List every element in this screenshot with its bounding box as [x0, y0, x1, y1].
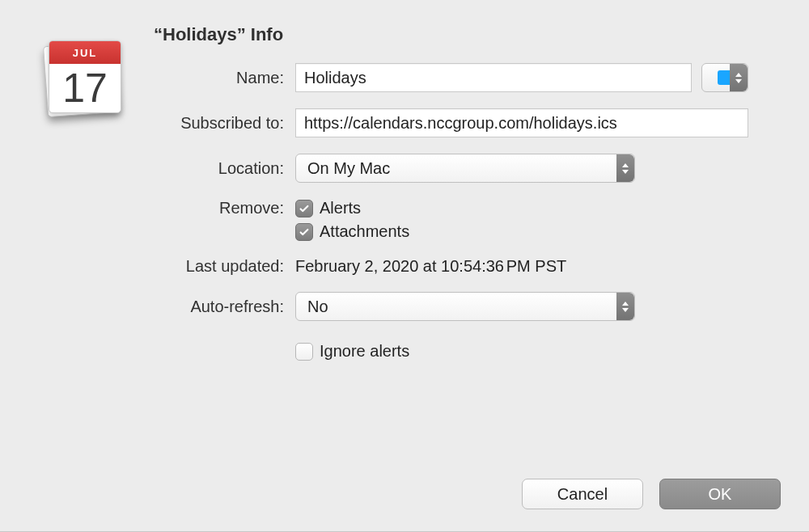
calendar-app-icon: JUL 17	[40, 32, 121, 113]
remove-label: Remove:	[154, 199, 295, 217]
ignore-alerts-checkbox[interactable]	[295, 343, 313, 361]
auto-refresh-label: Auto-refresh:	[154, 298, 295, 316]
stepper-icon	[730, 64, 748, 91]
location-value: On My Mac	[307, 159, 390, 178]
remove-attachments-checkbox[interactable]	[295, 223, 313, 241]
last-updated-value: February 2, 2020 at 10:54:36 PM PST	[295, 257, 566, 276]
remove-alerts-label: Alerts	[320, 199, 361, 217]
remove-alerts-checkbox[interactable]	[295, 200, 313, 217]
auto-refresh-popup[interactable]: No	[295, 292, 635, 321]
subscribed-url-input[interactable]	[295, 108, 748, 137]
calendar-icon-month: JUL	[49, 41, 121, 64]
location-popup[interactable]: On My Mac	[295, 154, 635, 183]
name-label: Name:	[154, 69, 295, 87]
calendar-icon-day: 17	[49, 64, 121, 112]
cancel-button[interactable]: Cancel	[522, 479, 643, 509]
dialog-title: “Holidays” Info	[154, 24, 785, 45]
location-label: Location:	[154, 159, 295, 178]
last-updated-label: Last updated:	[154, 257, 295, 276]
ok-button[interactable]: OK	[659, 479, 781, 509]
calendar-color-button[interactable]	[701, 63, 748, 92]
ignore-alerts-label: Ignore alerts	[320, 342, 409, 361]
name-input[interactable]	[295, 63, 692, 92]
remove-attachments-label: Attachments	[320, 222, 409, 241]
subscribed-label: Subscribed to:	[154, 114, 295, 133]
stepper-icon	[616, 293, 634, 320]
stepper-icon	[616, 154, 634, 182]
auto-refresh-value: No	[307, 298, 328, 316]
